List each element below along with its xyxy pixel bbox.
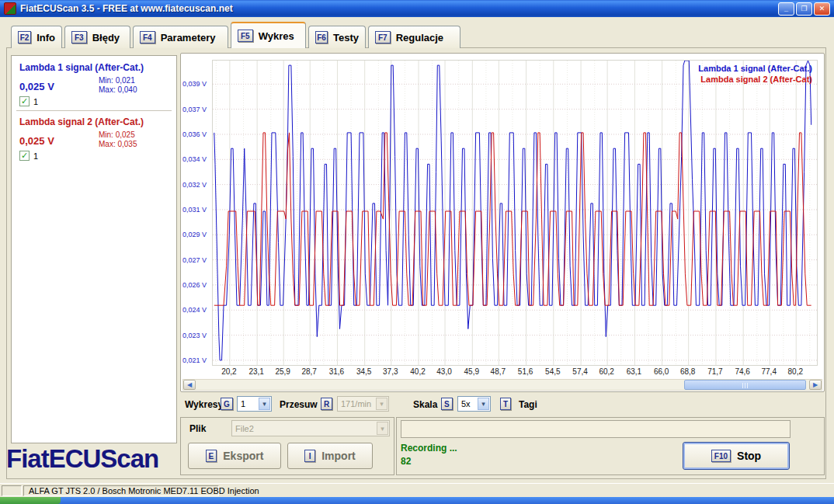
- maximize-button[interactable]: ❐: [796, 2, 812, 16]
- tab-testy[interactable]: F6 Testy: [308, 26, 366, 48]
- x-tick-label: 57,4: [567, 367, 593, 376]
- export-label: Eksport: [223, 450, 263, 462]
- signal-1-checkbox[interactable]: ✓: [19, 96, 30, 106]
- tab-parametery-keycap: F4: [140, 31, 155, 43]
- import-keycap: I: [304, 450, 315, 462]
- x-tick-label: 54,5: [540, 367, 566, 376]
- scale-value: 5x: [461, 399, 471, 408]
- x-tick-label: 43,0: [431, 367, 457, 376]
- y-axis-labels: 0,021 V0,023 V0,024 V0,026 V0,027 V0,029…: [181, 60, 210, 364]
- scroll-right-arrow-icon[interactable]: ▶: [809, 380, 822, 390]
- x-tick-label: 28,7: [296, 367, 322, 376]
- charts-count-select[interactable]: 1 ▾: [237, 396, 272, 412]
- signal-2-value: 0,025 V: [19, 135, 54, 147]
- scale-select[interactable]: 5x ▾: [457, 396, 491, 412]
- x-tick-label: 25,9: [269, 367, 296, 376]
- y-tick-label: 0,036 V: [182, 130, 207, 138]
- taskbar-fragment[interactable]: [0, 497, 834, 504]
- recording-status-text: Recording ...: [401, 443, 457, 454]
- tab-wykres-keycap: F5: [238, 30, 253, 42]
- chevron-down-icon: ▾: [377, 422, 388, 435]
- x-tick-label: 80,2: [782, 367, 808, 376]
- start-button-fragment[interactable]: [0, 497, 61, 504]
- x-tick-label: 68,8: [675, 367, 701, 376]
- import-button[interactable]: I Import: [287, 443, 373, 469]
- signal-2-max: Max: 0,035: [99, 140, 137, 149]
- x-tick-label: 20,2: [216, 367, 242, 376]
- tab-bledy-keycap: F3: [71, 31, 87, 43]
- y-tick-label: 0,039 V: [182, 80, 207, 88]
- stop-label: Stop: [737, 450, 761, 462]
- tab-wykres[interactable]: F5 Wykres: [231, 22, 306, 48]
- wykresy-label: Wykresy: [185, 399, 223, 410]
- recording-counter: 82: [401, 456, 411, 467]
- signal-1-channel-row: ✓ 1: [19, 96, 38, 106]
- message-field[interactable]: [401, 420, 791, 438]
- chevron-down-icon: ▾: [259, 398, 270, 410]
- signal-1-value: 0,025 V: [19, 81, 54, 92]
- title-bar[interactable]: FiatECUScan 3.5 - FREE at www.fiatecusca…: [0, 0, 834, 17]
- scrollbar-thumb[interactable]: [684, 380, 806, 390]
- signal-2-channel-row: ✓ 1: [19, 151, 38, 161]
- y-tick-label: 0,034 V: [182, 155, 207, 163]
- close-button[interactable]: ✕: [814, 2, 830, 16]
- tab-info-keycap: F2: [18, 31, 31, 43]
- window-title: FiatECUScan 3.5 - FREE at www.fiatecusca…: [20, 3, 778, 14]
- signal-2-checkbox[interactable]: ✓: [19, 151, 30, 161]
- skala-keycap: S: [441, 398, 453, 410]
- chart-plot-area[interactable]: Lambda 1 signal (After-Cat.) Lambda sign…: [212, 60, 818, 366]
- status-bar: ALFA GT JTS 2.0 / Bosch Motronic MED7.11…: [0, 483, 834, 497]
- export-button[interactable]: E Eksport: [188, 443, 281, 469]
- signal-1-name: Lambda 1 signal (After-Cat.): [19, 62, 144, 73]
- x-tick-label: 23,1: [243, 367, 269, 376]
- przesuw-keycap: R: [321, 398, 332, 410]
- chart-horizontal-scrollbar[interactable]: ◀ ▶: [182, 379, 822, 391]
- chart-canvas[interactable]: [213, 61, 817, 365]
- scroll-speed-select: 171/min ▾: [337, 396, 389, 412]
- chart-legend: Lambda 1 signal (After-Cat.) Lambda sign…: [698, 63, 812, 85]
- y-tick-label: 0,037 V: [182, 106, 207, 113]
- y-tick-label: 0,023 V: [182, 332, 207, 339]
- tagi-keycap: T: [500, 398, 511, 410]
- wykresy-keycap: G: [221, 398, 233, 410]
- signal-1-minmax: Min: 0,021 Max: 0,040: [99, 76, 137, 95]
- chart-panel: 0,021 V0,023 V0,024 V0,026 V0,027 V0,029…: [180, 53, 825, 392]
- check-icon: ✓: [21, 151, 28, 160]
- app-icon: [4, 2, 16, 15]
- tab-bledy-label: Błędy: [92, 32, 120, 43]
- tab-parametery[interactable]: F4 Parametery: [133, 26, 228, 48]
- signal-list-panel: Lambda 1 signal (After-Cat.) 0,025 V Min…: [11, 55, 177, 443]
- minimize-button[interactable]: _: [778, 2, 794, 16]
- x-tick-label: 51,6: [513, 367, 539, 376]
- stop-keycap: F10: [711, 450, 731, 462]
- y-tick-label: 0,029 V: [182, 231, 207, 238]
- y-tick-label: 0,021 V: [182, 356, 207, 364]
- tab-info[interactable]: F2 Info: [11, 26, 62, 48]
- y-tick-label: 0,024 V: [182, 306, 207, 314]
- x-tick-label: 45,9: [458, 367, 485, 376]
- tab-regulacje[interactable]: F7 Regulacje: [368, 26, 460, 48]
- x-tick-label: 66,0: [648, 367, 675, 376]
- tagi-label: Tagi: [519, 399, 537, 410]
- signal-2-minmax: Min: 0,025 Max: 0,035: [99, 130, 137, 149]
- x-tick-label: 40,2: [405, 367, 431, 376]
- tab-wykres-label: Wykres: [259, 30, 294, 42]
- signal-1-min: Min: 0,021: [99, 76, 137, 85]
- signal-2-name: Lambda signal 2 (After-Cat.): [19, 116, 144, 127]
- legend-lambda-1: Lambda 1 signal (After-Cat.): [698, 63, 812, 74]
- legend-lambda-2: Lambda signal 2 (After-Cat): [698, 74, 812, 85]
- import-label: Import: [321, 450, 356, 462]
- x-axis-labels: 20,223,125,928,731,634,537,340,243,045,9…: [212, 367, 816, 378]
- tab-bledy[interactable]: F3 Błędy: [64, 26, 130, 48]
- vehicle-info-text: ALFA GT JTS 2.0 / Bosch Motronic MED7.11…: [23, 485, 219, 496]
- scroll-speed-value: 171/min: [341, 399, 371, 408]
- signal-2-channel-label: 1: [33, 151, 38, 161]
- x-tick-label: 37,3: [377, 367, 404, 376]
- signal-1-channel-label: 1: [33, 97, 38, 106]
- tab-parametery-label: Parametery: [161, 32, 216, 43]
- chevron-down-icon: ▾: [376, 398, 387, 410]
- scroll-left-arrow-icon[interactable]: ◀: [183, 380, 196, 390]
- stop-button[interactable]: F10 Stop: [683, 442, 790, 470]
- tab-regulacje-keycap: F7: [375, 31, 391, 43]
- tab-testy-label: Testy: [333, 32, 359, 43]
